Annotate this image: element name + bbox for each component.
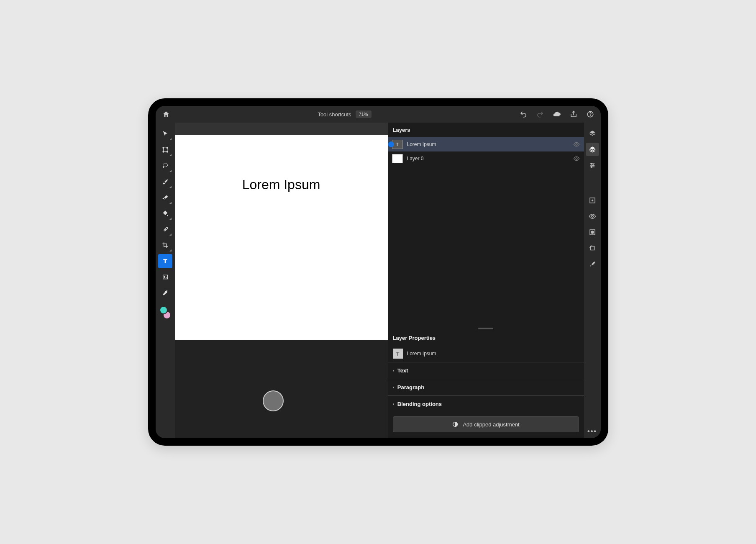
- svg-point-14: [591, 163, 592, 164]
- layer-row[interactable]: Layer 0: [388, 151, 584, 166]
- section-paragraph[interactable]: › Paragraph: [388, 379, 584, 395]
- canvas-area: Lorem Ipsum: [175, 123, 388, 438]
- svg-point-6: [167, 151, 168, 152]
- section-label: Text: [397, 367, 408, 374]
- svg-point-18: [591, 216, 593, 218]
- brush-tool[interactable]: [158, 174, 172, 189]
- section-label: Paragraph: [397, 384, 424, 390]
- visibility-rail-icon[interactable]: [586, 210, 599, 223]
- layer-thumbnail-icon: T: [392, 140, 403, 149]
- fill-tool[interactable]: [158, 206, 172, 221]
- type-tool[interactable]: [158, 254, 172, 268]
- layer-type-icon: T: [393, 349, 403, 359]
- visibility-icon[interactable]: [573, 155, 580, 162]
- svg-point-12: [576, 158, 577, 159]
- svg-point-4: [167, 147, 168, 149]
- svg-point-20: [591, 231, 594, 234]
- transform-tool[interactable]: [158, 143, 172, 157]
- more-icon[interactable]: •••: [586, 425, 599, 438]
- svg-point-11: [576, 144, 577, 145]
- right-rail: •••: [584, 123, 601, 438]
- touch-shortcut-puck[interactable]: [263, 390, 284, 411]
- svg-rect-8: [164, 227, 168, 231]
- eraser-tool[interactable]: [158, 190, 172, 205]
- properties-icon[interactable]: [586, 159, 599, 172]
- svg-point-16: [591, 166, 592, 167]
- home-icon[interactable]: [161, 110, 171, 119]
- current-layer-name: Lorem Ipsum: [407, 351, 436, 357]
- add-layer-icon[interactable]: [586, 194, 599, 207]
- layer-name: Lorem Ipsum: [407, 141, 569, 147]
- chevron-right-icon: ›: [393, 385, 394, 390]
- add-adjustment-button[interactable]: Add clipped adjustment: [393, 416, 579, 432]
- share-icon[interactable]: [569, 110, 578, 119]
- crop-tool[interactable]: [158, 238, 172, 252]
- color-wells[interactable]: [159, 306, 171, 319]
- right-panels: Layers T Lorem Ipsum Layer 0: [388, 123, 601, 438]
- help-icon[interactable]: [586, 110, 595, 119]
- layers-compact-icon[interactable]: [586, 127, 599, 140]
- section-label: Blending options: [397, 401, 442, 407]
- place-image-tool[interactable]: [158, 270, 172, 284]
- visibility-icon[interactable]: [573, 141, 580, 148]
- adjustment-icon: [452, 421, 459, 428]
- layers-detail-icon[interactable]: [586, 143, 599, 156]
- canvas-top-band: [175, 123, 388, 135]
- svg-rect-21: [590, 246, 594, 250]
- svg-point-15: [592, 165, 594, 166]
- layer-row[interactable]: T Lorem Ipsum: [388, 137, 584, 151]
- toolbar: [156, 123, 175, 438]
- chevron-right-icon: ›: [393, 402, 394, 406]
- tablet-frame: Tool shortcuts 71%: [148, 98, 608, 446]
- heal-tool[interactable]: [158, 222, 172, 236]
- cloud-icon[interactable]: [552, 110, 561, 119]
- workspace: Lorem Ipsum Layers T Lorem Ipsum: [156, 123, 601, 438]
- svg-point-1: [590, 115, 590, 116]
- layers-panel-title: Layers: [388, 123, 584, 137]
- section-blending[interactable]: › Blending options: [388, 395, 584, 412]
- undo-icon[interactable]: [519, 110, 528, 119]
- eyedropper-tool[interactable]: [158, 286, 172, 300]
- move-tool[interactable]: [158, 127, 172, 141]
- zoom-badge[interactable]: 71%: [356, 110, 372, 118]
- svg-point-7: [163, 164, 167, 167]
- topbar: Tool shortcuts 71%: [156, 106, 601, 123]
- canvas[interactable]: Lorem Ipsum: [175, 135, 388, 340]
- panel-resize-grip[interactable]: [388, 327, 584, 330]
- canvas-text-layer[interactable]: Lorem Ipsum: [242, 177, 320, 340]
- properties-panel-title: Layer Properties: [388, 331, 584, 345]
- mask-icon[interactable]: [586, 226, 599, 239]
- document-title: Tool shortcuts: [318, 111, 351, 118]
- layer-thumbnail-icon: [392, 154, 403, 163]
- app-screen: Tool shortcuts 71%: [156, 106, 601, 438]
- add-adjustment-label: Add clipped adjustment: [463, 421, 519, 428]
- section-text[interactable]: › Text: [388, 362, 584, 379]
- clip-icon[interactable]: [586, 241, 599, 255]
- delete-icon[interactable]: [586, 257, 599, 271]
- redo-icon[interactable]: [536, 110, 545, 119]
- current-layer-row: T Lorem Ipsum: [388, 345, 584, 362]
- layer-name: Layer 0: [407, 156, 569, 162]
- lasso-tool[interactable]: [158, 159, 172, 173]
- svg-point-3: [163, 147, 164, 149]
- svg-point-5: [163, 151, 164, 152]
- chevron-right-icon: ›: [393, 368, 394, 373]
- svg-point-10: [164, 276, 165, 277]
